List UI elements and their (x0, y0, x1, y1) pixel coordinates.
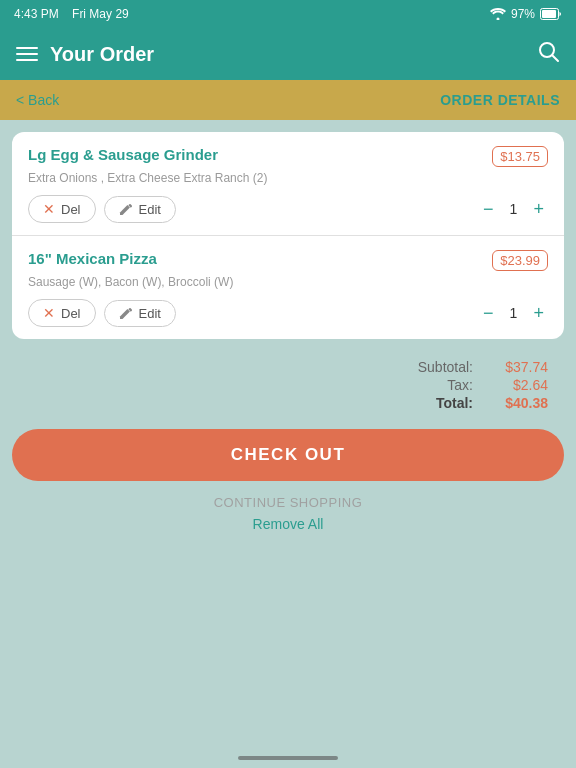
status-icons: 97% (490, 7, 562, 21)
delete-x-icon: ✕ (43, 201, 55, 217)
item-1-edit-button[interactable]: Edit (104, 196, 176, 223)
item-1-qty-plus[interactable]: + (529, 200, 548, 218)
section-label: ORDER DETAILS (440, 92, 560, 108)
svg-line-3 (552, 55, 558, 61)
battery-icon (540, 8, 562, 20)
item-2-quantity-control: − 1 + (479, 304, 548, 322)
total-value: $40.38 (493, 395, 548, 411)
edit-icon (119, 202, 133, 216)
item-2-header: 16" Mexican Pizza $23.99 (28, 250, 548, 271)
total-label: Total: (436, 395, 473, 411)
subtotal-row: Subtotal: $37.74 (28, 359, 548, 375)
status-date: Fri May 29 (72, 7, 129, 21)
item-1-price: $13.75 (492, 146, 548, 167)
total-row: Total: $40.38 (28, 395, 548, 411)
back-button[interactable]: < Back (16, 92, 59, 108)
item-1-desc: Extra Onions , Extra Cheese Extra Ranch … (28, 171, 548, 185)
header-title: Your Order (50, 43, 154, 66)
tax-row: Tax: $2.64 (28, 377, 548, 393)
status-time: 4:43 PM (14, 7, 59, 21)
item-2-qty-plus[interactable]: + (529, 304, 548, 322)
tax-value: $2.64 (493, 377, 548, 393)
menu-button[interactable] (16, 47, 38, 61)
item-1-delete-button[interactable]: ✕ Del (28, 195, 96, 223)
item-1-qty-minus[interactable]: − (479, 200, 498, 218)
wifi-icon (490, 8, 506, 20)
search-icon (538, 41, 560, 63)
app-header: Your Order (0, 28, 576, 80)
item-2-price: $23.99 (492, 250, 548, 271)
item-2-desc: Sausage (W), Bacon (W), Broccoli (W) (28, 275, 548, 289)
header-left: Your Order (16, 43, 154, 66)
item-1-qty-value: 1 (505, 201, 521, 217)
battery-percent: 97% (511, 7, 535, 21)
order-item-2: 16" Mexican Pizza $23.99 Sausage (W), Ba… (12, 235, 564, 339)
item-2-edit-label: Edit (139, 306, 161, 321)
continue-shopping-link[interactable]: CONTINUE SHOPPING (12, 495, 564, 510)
item-1-quantity-control: − 1 + (479, 200, 548, 218)
svg-rect-1 (542, 10, 556, 18)
item-2-name: 16" Mexican Pizza (28, 250, 157, 267)
item-1-actions: ✕ Del Edit − 1 + (28, 195, 548, 223)
order-item-1: Lg Egg & Sausage Grinder $13.75 Extra On… (12, 132, 564, 235)
search-button[interactable] (538, 41, 560, 68)
item-1-name: Lg Egg & Sausage Grinder (28, 146, 218, 163)
subtotal-label: Subtotal: (418, 359, 473, 375)
remove-all-link[interactable]: Remove All (12, 516, 564, 532)
status-bar: 4:43 PM Fri May 29 97% (0, 0, 576, 28)
item-2-qty-minus[interactable]: − (479, 304, 498, 322)
order-summary: Subtotal: $37.74 Tax: $2.64 Total: $40.3… (12, 355, 564, 429)
delete-x-icon-2: ✕ (43, 305, 55, 321)
item-1-edit-label: Edit (139, 202, 161, 217)
home-indicator (238, 756, 338, 760)
item-2-del-label: Del (61, 306, 81, 321)
checkout-button[interactable]: CHECK OUT (12, 429, 564, 481)
item-2-delete-button[interactable]: ✕ Del (28, 299, 96, 327)
subtotal-value: $37.74 (493, 359, 548, 375)
tax-label: Tax: (447, 377, 473, 393)
item-2-actions: ✕ Del Edit − 1 + (28, 299, 548, 327)
item-2-qty-value: 1 (505, 305, 521, 321)
item-1-del-label: Del (61, 202, 81, 217)
item-2-edit-button[interactable]: Edit (104, 300, 176, 327)
status-time-date: 4:43 PM Fri May 29 (14, 7, 129, 21)
edit-icon-2 (119, 306, 133, 320)
nav-bar: < Back ORDER DETAILS (0, 80, 576, 120)
item-1-header: Lg Egg & Sausage Grinder $13.75 (28, 146, 548, 167)
order-card: Lg Egg & Sausage Grinder $13.75 Extra On… (12, 132, 564, 339)
main-content: Lg Egg & Sausage Grinder $13.75 Extra On… (0, 120, 576, 544)
